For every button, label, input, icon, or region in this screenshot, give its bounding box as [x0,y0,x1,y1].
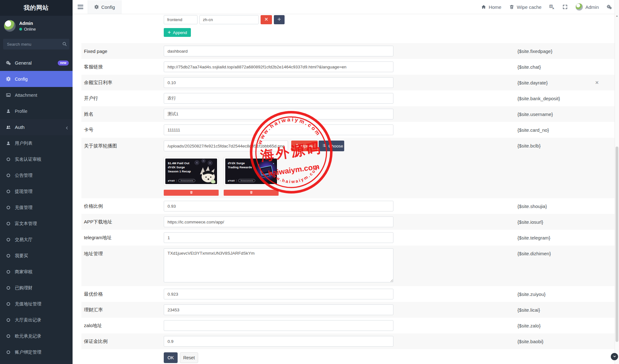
home-icon [481,4,486,10]
image-preview-card[interactable]: $1.4M Paid OutdYdX SurgeSeason 1 RecapdY… [164,157,219,186]
home-link[interactable]: Home [481,4,501,10]
sidebar-item-euro-exchange-records[interactable]: 欧元承兑记录 [0,328,73,344]
field-input-card_no[interactable] [164,124,393,135]
field-input-chat[interactable] [164,61,393,72]
field-label: 开户行 [81,95,164,101]
scroll-up-arrow-icon[interactable]: ▲ [615,14,619,17]
field-input-shoujia[interactable] [164,201,393,211]
hamburger-menu-icon[interactable] [78,5,83,9]
remove-lang-button[interactable] [261,15,272,24]
settings-gears-icon[interactable] [606,4,612,10]
user-panel: Admin Online [0,16,73,34]
chevron-left-icon [65,125,69,129]
gears-icon [6,61,11,66]
sidebar-item-trade-hall[interactable]: 交易大厅 [0,232,73,248]
form-row-card_no: 卡号{$site.card_no} [81,122,615,138]
tab-config[interactable]: Config [88,0,121,14]
lang-value-input[interactable] [199,15,259,24]
divider [236,179,237,182]
circle-icon [7,286,10,290]
field-input-fixedpage[interactable] [164,46,393,56]
translate-icon[interactable]: 文A [549,4,555,10]
sidebar-item-merchant-audit[interactable]: 商家审核 [0,264,73,280]
sidebar-item-withdraw-mgmt[interactable]: 提现管理 [0,183,73,199]
sidebar-item-label: 公告管理 [15,173,32,178]
sidebar-item-label: Attachment [15,93,37,98]
field-input-zalo[interactable] [164,320,393,331]
sidebar-item-label: Auth [15,124,25,130]
field-input-zuiyou[interactable] [164,289,393,299]
sidebar-item-richtext-mgmt[interactable]: 富文本管理 [0,216,73,232]
sidebar-item-notice-mgmt[interactable]: 公告管理 [0,167,73,183]
fullscreen-icon[interactable] [562,4,568,10]
trash-icon [190,190,193,195]
form-row-zuiyou: 最优价格{$site.zuiyou} [81,286,615,302]
admin-menu[interactable]: Admin [575,3,599,11]
sidebar-item-hall-sell-records[interactable]: 大厅卖出记录 [0,312,73,328]
sidebar-item-user-list[interactable]: 用户列表 [0,135,73,151]
brand-title: 我的网站 [0,0,73,16]
field-input-bclb[interactable] [164,141,288,151]
search-input[interactable] [3,39,69,49]
image-preview-card[interactable]: dYdX SurgeTrading RewardsdYdXAnnouncemen… [224,157,279,186]
field-input-baobi[interactable] [164,336,393,347]
template-var: {$site.baobi} [517,339,544,344]
sidebar-item-i-want-buy[interactable]: 我要买 [0,248,73,264]
form-row-licai: 理财汇率{$site.licai} [81,302,615,318]
scroll-bottom-button[interactable] [611,353,618,360]
template-var: {$site.zuiyou} [517,292,545,297]
ok-button[interactable]: OK [164,352,178,363]
remove-row-icon[interactable]: ✕ [595,80,599,85]
drag-lang-button[interactable] [274,15,285,24]
banner-image: $1.4M Paid OutdYdX SurgeSeason 1 RecapdY… [165,159,217,184]
field-input-bank_deposit[interactable] [164,93,393,104]
sidebar-item-label: 实名认证审核 [15,157,41,162]
scrollbar-thumb[interactable] [616,147,618,342]
upload-button[interactable]: Upload [291,141,318,151]
field-control [164,93,393,104]
wipe-cache-link[interactable]: Wipe cache [509,4,541,10]
sidebar-item-recharge-mgmt[interactable]: 充值管理 [0,199,73,216]
dydx-logo: dYdX [168,179,175,182]
template-var: {$site.dizhimen} [517,248,551,256]
reset-button[interactable]: Reset [180,352,198,363]
sidebar-item-label: 提现管理 [15,189,32,194]
template-var: {$site.licai} [517,307,540,313]
delete-image-button[interactable] [224,190,279,196]
field-label: 关于拔萃轮播图 [81,141,164,149]
form-row-dizhimen: 地址管理{$site.dizhimen} [81,246,615,286]
circle-icon [6,350,11,355]
sidebar-item-recharge-addr-mgmt[interactable]: 充值地址管理 [0,296,73,312]
field-textarea-dizhimen[interactable] [164,248,393,282]
sidebar-item-config[interactable]: Config [0,71,73,87]
circle-icon [7,222,10,225]
circle-icon [6,221,11,226]
delete-image-button[interactable] [164,190,219,196]
sidebar-item-profile[interactable]: Profile [0,103,73,119]
form-row-chat: 客服链接{$site.chat} [81,59,615,75]
sidebar-item-realname-audit[interactable]: 实名认证审核 [0,151,73,167]
announcements-pill: Announcements [238,179,255,182]
field-label: 保证金比例 [81,338,164,344]
field-input-dayrate[interactable] [164,77,393,88]
field-input-telegram[interactable] [164,232,393,243]
sidebar-item-label: 商家审核 [15,269,32,275]
field-input-username[interactable] [164,109,393,119]
form-row-dayrate: 余额宝日利率{$site.dayrate}✕ [81,75,615,90]
wipe-cache-label: Wipe cache [517,4,541,10]
choose-button[interactable]: Choose [319,141,344,151]
sidebar-item-general[interactable]: Generalnew [0,55,73,71]
sidebar-item-purchased-finance[interactable]: 已购理财 [0,280,73,296]
sidebar-item-account-bind-mgmt[interactable]: 账户绑定管理 [0,344,73,360]
field-input-licai[interactable] [164,304,393,315]
sidebar-item-auth[interactable]: Auth [0,119,73,135]
field-input-iosurl[interactable] [164,217,393,227]
scrollbar[interactable]: ▲ [615,0,619,364]
lang-key-input[interactable] [164,15,197,24]
circle-icon [6,189,11,194]
image-preview-row: $1.4M Paid OutdYdX SurgeSeason 1 RecapdY… [164,157,393,186]
sidebar-item-attachment[interactable]: Attachment [0,87,73,103]
circle-icon [6,286,11,291]
append-button[interactable]: Append [164,28,191,37]
field-control [164,336,393,347]
